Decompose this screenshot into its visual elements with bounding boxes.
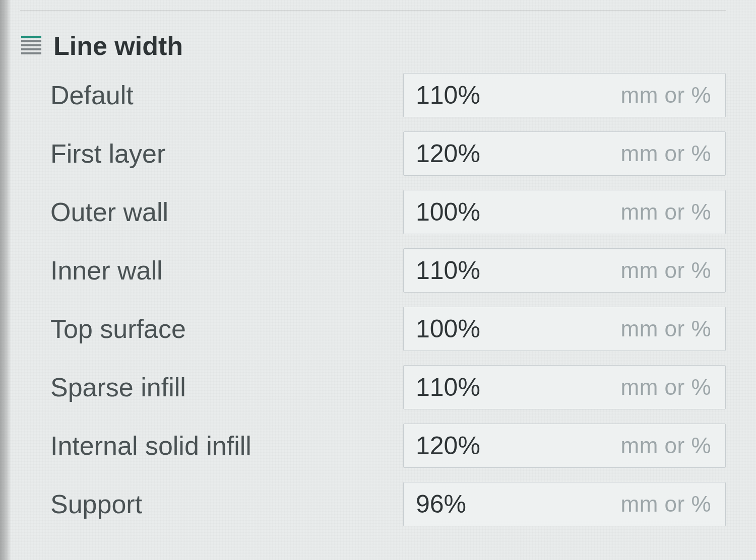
value-top-surface: 100% [416, 314, 501, 343]
label-support: Support [50, 489, 142, 519]
value-inner-wall: 110% [416, 256, 501, 285]
svg-rect-3 [21, 48, 41, 50]
label-first-layer: First layer [50, 138, 165, 169]
label-inner-wall: Inner wall [50, 255, 163, 286]
unit-hint: mm or % [501, 375, 711, 400]
value-first-layer: 120% [416, 139, 501, 168]
row-sparse-infill: Sparse infill 110% mm or % [20, 358, 726, 416]
input-default[interactable]: 110% mm or % [403, 73, 726, 117]
value-support: 96% [416, 489, 501, 519]
input-outer-wall[interactable]: 100% mm or % [403, 190, 726, 234]
unit-hint: mm or % [501, 492, 711, 517]
unit-hint: mm or % [501, 316, 711, 341]
unit-hint: mm or % [501, 258, 711, 283]
row-internal-solid-infill: Internal solid infill 120% mm or % [20, 416, 726, 475]
value-outer-wall: 100% [416, 197, 501, 227]
row-outer-wall: Outer wall 100% mm or % [20, 183, 726, 241]
row-support: Support 96% mm or % [20, 475, 726, 533]
input-first-layer[interactable]: 120% mm or % [403, 131, 726, 176]
value-internal-solid-infill: 120% [416, 431, 501, 460]
label-sparse-infill: Sparse infill [50, 372, 186, 402]
input-top-surface[interactable]: 100% mm or % [403, 307, 726, 351]
label-outer-wall: Outer wall [50, 197, 168, 227]
svg-rect-2 [21, 44, 41, 46]
label-top-surface: Top surface [50, 314, 186, 344]
input-support[interactable]: 96% mm or % [403, 482, 726, 526]
svg-rect-4 [21, 52, 41, 54]
input-inner-wall[interactable]: 110% mm or % [403, 248, 726, 293]
svg-rect-1 [21, 40, 41, 42]
row-default: Default 110% mm or % [20, 66, 726, 124]
row-first-layer: First layer 120% mm or % [20, 124, 726, 183]
line-width-icon [20, 35, 42, 57]
unit-hint: mm or % [501, 433, 711, 458]
unit-hint: mm or % [501, 199, 711, 225]
input-sparse-infill[interactable]: 110% mm or % [403, 365, 726, 409]
svg-rect-0 [21, 36, 41, 38]
input-internal-solid-infill[interactable]: 120% mm or % [403, 424, 726, 468]
value-sparse-infill: 110% [416, 373, 501, 402]
row-inner-wall: Inner wall 110% mm or % [20, 241, 726, 300]
line-width-settings-panel: Line width Default 110% mm or % First la… [0, 0, 756, 533]
unit-hint: mm or % [501, 141, 711, 166]
value-default: 110% [416, 81, 501, 110]
section-header-line-width[interactable]: Line width [20, 31, 726, 61]
label-internal-solid-infill: Internal solid infill [50, 431, 251, 461]
section-title: Line width [53, 31, 183, 61]
label-default: Default [50, 80, 134, 110]
row-top-surface: Top surface 100% mm or % [20, 300, 726, 358]
settings-rows: Default 110% mm or % First layer 120% mm… [20, 66, 726, 533]
unit-hint: mm or % [501, 83, 711, 108]
divider [20, 0, 726, 11]
